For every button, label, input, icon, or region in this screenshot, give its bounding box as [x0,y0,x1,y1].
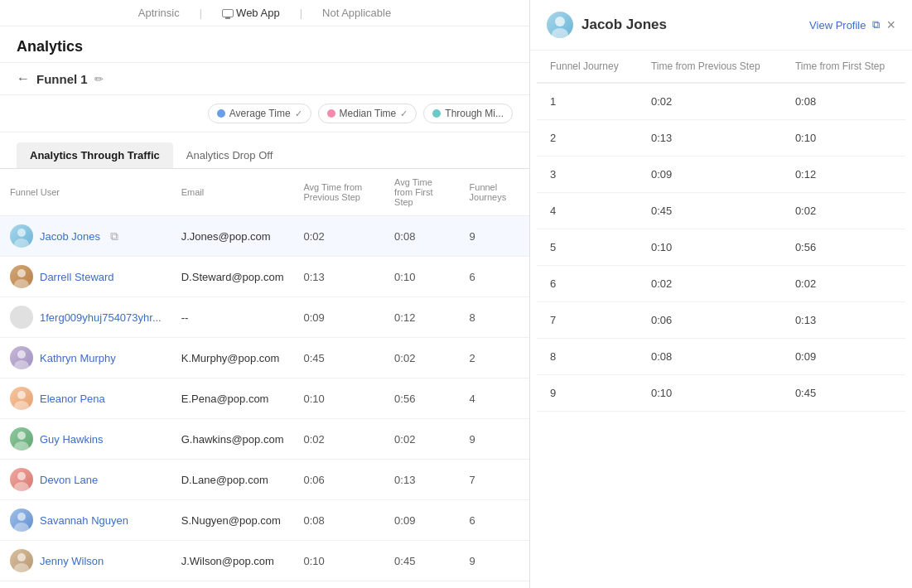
nav-webapp[interactable]: Web App [222,7,280,19]
user-name[interactable]: Eleanor Pena [40,393,105,405]
email-cell: K.Murphy@pop.com [171,338,294,378]
journeys-cell: 3 [460,581,529,589]
avg-first-cell: 0:02 [384,419,459,460]
journey-num: 6 [537,266,638,302]
tab-analytics-drop-off[interactable]: Analytics Drop Off [173,142,287,168]
edit-icon[interactable]: ✏ [94,73,104,85]
avatar [10,387,33,410]
svg-point-4 [17,350,26,359]
nav-notapplicable[interactable]: Not Applicable [322,7,391,19]
table-row[interactable]: Savannah NguyenS.Nugyen@pop.com0:080:096 [0,500,529,541]
profile-icon[interactable]: ⧉ [110,229,118,243]
avg-first-cell: 0:09 [384,500,459,541]
user-cell: Savannah Nguyen [0,500,171,541]
journey-row: 60:020:02 [537,266,905,302]
table-row[interactable]: Guy HawkinsG.hawkins@pop.com0:020:029 [0,419,529,460]
filter-median-time-label: Median Time [340,108,397,119]
svg-point-6 [17,391,26,399]
left-panel: Aptrinsic | Web App | Not Applicable Ana… [0,0,530,588]
journey-first-step: 0:13 [782,302,905,339]
main-table-wrap: Funnel User Email Avg Time from Previous… [0,169,529,588]
svg-point-1 [14,239,29,248]
svg-point-7 [14,401,29,410]
journey-first-step: 0:10 [782,120,905,157]
avg-first-cell: 0:56 [384,378,459,419]
journey-first-step: 0:09 [782,339,905,375]
tab-analytics-through-traffic[interactable]: Analytics Through Traffic [17,142,173,168]
table-row[interactable]: Jenny WilsonJ.Wilson@pop.com0:100:459 [0,541,529,581]
svg-point-24 [555,17,565,27]
journeys-cell: 8 [460,297,529,338]
user-name[interactable]: Jenny Wilson [40,555,104,567]
filter-through-traffic[interactable]: Through Mi... [423,104,513,123]
view-profile-button[interactable]: View Profile [809,19,866,31]
user-name[interactable]: Devon Lane [40,474,98,486]
col-time-prev: Time from Previous Step [638,51,782,83]
avg-first-cell: 0:10 [384,257,459,297]
journeys-cell: 6 [460,257,529,297]
dot-through-traffic [432,109,441,118]
user-cell: Devon Lane [0,460,171,500]
journey-num: 9 [537,375,638,412]
check-avg-time: ✓ [295,108,302,119]
journey-prev-step: 0:13 [638,120,782,157]
back-button[interactable]: ← [17,71,30,86]
user-cell: 1ferg009yhuj754073yhr... [0,297,171,338]
journeys-cell: 4 [460,378,529,419]
avg-first-cell: 0:08 [384,216,459,257]
close-button[interactable]: × [886,17,895,34]
table-row[interactable]: Eleanor PenaE.Pena@pop.com0:100:564 [0,378,529,419]
avatar [547,12,573,38]
journey-row: 90:100:45 [537,375,905,412]
user-cell: Floyd Miles [0,581,171,589]
user-name[interactable]: Guy Hawkins [40,433,104,446]
right-panel: Jacob Jones View Profile ⧉ × Funnel Jour… [530,0,912,588]
user-name[interactable]: Kathryn Murphy [40,352,116,364]
dot-avg-time [217,109,225,118]
user-name[interactable]: Darrell Steward [40,271,114,283]
journey-first-step: 0:12 [782,157,905,193]
table-row[interactable]: 1ferg009yhuj754073yhr...--0:090:128 [0,297,529,338]
nav-aptrinsic[interactable]: Aptrinsic [138,7,180,19]
filter-through-traffic-label: Through Mi... [445,108,504,119]
journeys-cell: 9 [460,216,529,257]
user-name[interactable]: Savannah Nguyen [40,514,128,527]
journeys-cell: 7 [460,460,529,500]
table-row[interactable]: Devon LaneD.Lane@pop.com0:060:137 [0,460,529,500]
journey-row: 40:450:02 [537,193,905,229]
avatar [10,306,33,329]
journeys-cell: 6 [460,500,529,541]
table-row[interactable]: Darrell StewardD.Steward@pop.com0:130:10… [0,257,529,297]
user-name[interactable]: 1ferg009yhuj754073yhr... [40,311,162,324]
user-name[interactable]: Jacob Jones [40,230,100,243]
journey-prev-step: 0:02 [638,266,782,302]
email-cell: E.Pena@pop.com [171,378,294,419]
table-row[interactable]: Jacob Jones⧉J.Jones@pop.com0:020:089 [0,216,529,257]
table-row[interactable]: Floyd MilesF.Miles@pop.com0:120:103 [0,581,529,589]
avg-first-cell: 0:10 [384,581,459,589]
journey-prev-step: 0:10 [638,229,782,266]
filter-avg-time[interactable]: Average Time ✓ [208,104,311,123]
journeys-cell: 2 [460,338,529,378]
email-cell: -- [171,297,294,338]
email-cell: J.Wilson@pop.com [171,541,294,581]
avatar [10,508,33,532]
journey-prev-step: 0:10 [638,375,782,412]
col-funnel-user: Funnel User [0,169,171,216]
col-avg-prev: Avg Time from Previous Step [293,169,384,216]
avatar [10,224,33,248]
dot-median-time [327,109,335,118]
check-median-time: ✓ [400,108,408,119]
filter-median-time[interactable]: Median Time ✓ [318,104,417,123]
table-row[interactable]: Kathryn MurphyK.Murphy@pop.com0:450:022 [0,338,529,378]
svg-point-14 [17,553,26,561]
open-icon[interactable]: ⧉ [872,18,880,31]
svg-point-9 [14,441,29,451]
journey-num: 8 [537,339,638,375]
avg-prev-cell: 0:09 [293,297,384,338]
journey-num: 1 [537,83,638,120]
journey-first-step: 0:02 [782,266,905,302]
col-email: Email [171,169,294,216]
svg-point-25 [552,28,568,38]
email-cell: D.Lane@pop.com [171,460,294,500]
